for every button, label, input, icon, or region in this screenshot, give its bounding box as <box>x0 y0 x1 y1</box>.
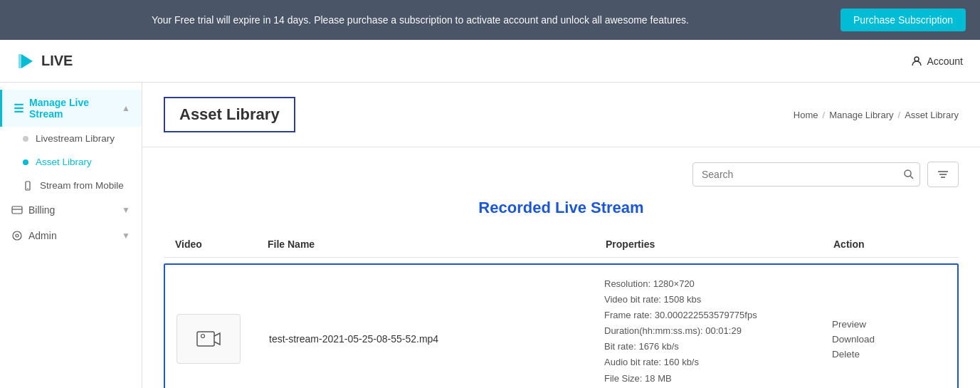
sidebar-item-label: Stream from Mobile <box>40 180 124 191</box>
svg-point-7 <box>13 231 21 240</box>
search-wrapper <box>692 162 920 187</box>
svg-point-8 <box>16 234 19 237</box>
filter-icon <box>937 168 949 181</box>
table-header: Video File Name Properties Action <box>164 231 959 258</box>
preview-action[interactable]: Preview <box>832 319 946 330</box>
dot-active-icon <box>23 159 28 165</box>
prop-duration: Duration(hh:mm:ss.ms): 00:01:29 <box>604 323 832 339</box>
sidebar-item-asset-library[interactable]: Asset Library <box>11 150 142 174</box>
admin-label: Admin <box>28 230 57 241</box>
sidebar-item-stream-from-mobile[interactable]: Stream from Mobile <box>11 174 142 197</box>
sidebar-item-livestream-library[interactable]: Livestream Library <box>11 127 142 150</box>
download-action[interactable]: Download <box>832 334 946 345</box>
breadcrumb-home[interactable]: Home <box>794 110 818 120</box>
content-area: Recorded Live Stream Video File Name Pro… <box>142 147 980 388</box>
search-button[interactable] <box>903 169 915 180</box>
billing-label: Billing <box>28 204 55 216</box>
top-banner: Your Free trial will expire in 14 days. … <box>0 0 980 40</box>
prop-frame-rate: Frame rate: 30.000222553579775fps <box>604 308 832 323</box>
main-content: Asset Library Home / Manage Library / As… <box>142 83 980 388</box>
toolbar <box>164 162 959 187</box>
search-icon <box>903 169 915 180</box>
chevron-up-icon: ▲ <box>122 103 130 113</box>
admin-icon <box>11 230 23 241</box>
chevron-down-icon: ▼ <box>122 205 130 215</box>
col-properties: Properties <box>606 238 833 250</box>
sidebar-item-billing[interactable]: Billing ▼ <box>0 197 142 223</box>
breadcrumb: Home / Manage Library / Asset Library <box>794 110 959 120</box>
page-header: Asset Library Home / Manage Library / As… <box>142 83 980 147</box>
col-video: Video <box>175 238 268 250</box>
filter-button[interactable] <box>927 162 959 187</box>
sidebar-manage-live-section: ☰ Manage Live Stream ▲ Livestream Librar… <box>0 90 142 197</box>
logo-text: LIVE <box>41 53 73 69</box>
col-action: Action <box>833 238 947 250</box>
prop-bit-rate: Bit rate: 1676 kb/s <box>604 339 832 355</box>
layout: ☰ Manage Live Stream ▲ Livestream Librar… <box>0 83 980 388</box>
sidebar-item-admin[interactable]: Admin ▼ <box>0 223 142 248</box>
account-icon <box>911 56 922 67</box>
properties-cell: Resolution: 1280×720 Video bit rate: 150… <box>604 276 832 388</box>
sidebar-item-label: Asset Library <box>36 157 92 167</box>
video-thumbnail <box>176 314 241 364</box>
chevron-down-icon-admin: ▼ <box>122 231 130 241</box>
live-logo-icon <box>17 51 37 71</box>
hamburger-icon: ☰ <box>14 102 23 115</box>
svg-point-4 <box>27 188 28 189</box>
svg-point-2 <box>915 57 919 61</box>
breadcrumb-sep-1: / <box>823 110 826 120</box>
svg-point-9 <box>905 170 911 177</box>
header: LIVE Account <box>0 40 980 83</box>
sidebar-item-label: Livestream Library <box>36 133 115 144</box>
breadcrumb-asset-library: Asset Library <box>905 110 959 120</box>
account-label: Account <box>927 56 963 67</box>
manage-live-stream-label: Manage Live Stream <box>29 97 122 120</box>
svg-rect-14 <box>197 332 214 346</box>
video-thumb-icon <box>194 325 223 353</box>
svg-marker-0 <box>21 54 33 68</box>
search-input[interactable] <box>692 162 920 187</box>
prop-file-size: File Size: 18 MB <box>604 371 832 387</box>
table-row: test-stream-2021-05-25-08-55-52.mp4 Reso… <box>164 263 959 388</box>
mobile-icon <box>23 181 33 191</box>
page-title: Asset Library <box>179 105 280 124</box>
svg-rect-5 <box>12 206 22 214</box>
prop-video-bit-rate: Video bit rate: 1508 kbs <box>604 292 832 308</box>
logo: LIVE <box>17 51 73 71</box>
sidebar-sub-items: Livestream Library Asset Library Stream … <box>0 127 142 197</box>
svg-point-15 <box>201 335 205 338</box>
prop-audio-bit-rate: Audio bit rate: 160 kb/s <box>604 355 832 370</box>
breadcrumb-sep-2: / <box>898 110 901 120</box>
delete-action[interactable]: Delete <box>832 349 946 360</box>
section-title: Recorded Live Stream <box>164 199 959 217</box>
file-name: test-stream-2021-05-25-08-55-52.mp4 <box>269 333 438 345</box>
col-filename: File Name <box>268 238 606 250</box>
table-container: Video File Name Properties Action <box>164 231 959 388</box>
dot-icon <box>23 136 28 142</box>
account-button[interactable]: Account <box>911 56 963 67</box>
breadcrumb-manage-library[interactable]: Manage Library <box>829 110 893 120</box>
svg-rect-1 <box>19 54 21 68</box>
purchase-subscription-button[interactable]: Purchase Subscription <box>841 9 966 31</box>
sidebar: ☰ Manage Live Stream ▲ Livestream Librar… <box>0 83 142 388</box>
prop-resolution: Resolution: 1280×720 <box>604 276 832 292</box>
svg-line-10 <box>910 176 913 179</box>
billing-icon <box>11 204 23 216</box>
page-title-box: Asset Library <box>164 97 295 132</box>
actions-cell: Preview Download Delete <box>832 319 946 360</box>
sidebar-item-manage-live-stream[interactable]: ☰ Manage Live Stream ▲ <box>0 90 142 127</box>
banner-message: Your Free trial will expire in 14 days. … <box>14 14 826 26</box>
file-name-cell: test-stream-2021-05-25-08-55-52.mp4 <box>269 333 604 345</box>
